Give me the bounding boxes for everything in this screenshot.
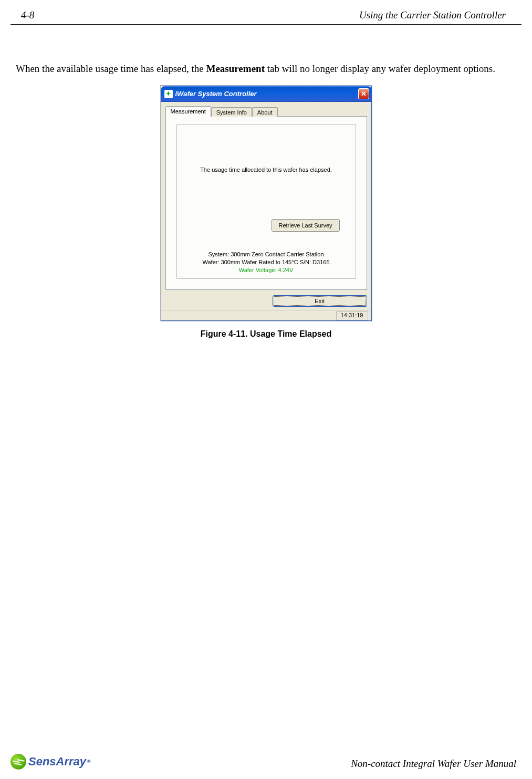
retrieve-last-survey-button[interactable]: Retrieve Last Survey xyxy=(272,219,340,232)
elapsed-message: The usage time allocated to this wafer h… xyxy=(177,167,356,173)
paragraph-prefix: When the available usage time has elapse… xyxy=(16,63,206,74)
app-window: ✦ iWafer System Controller ✕ Measurement… xyxy=(161,86,372,321)
status-time: 14:31:19 xyxy=(336,311,368,320)
tab-strip: Measurement System Info About xyxy=(161,102,371,117)
page-footer: SensArray ® Non-contact Integral Wafer U… xyxy=(11,754,516,770)
status-bar: 14:31:19 xyxy=(161,310,371,320)
system-line: System: 300mm Zero Contact Carrier Stati… xyxy=(177,251,356,258)
page-header: 4-8 Using the Carrier Station Controller xyxy=(11,0,521,25)
system-info-block: System: 300mm Zero Contact Carrier Stati… xyxy=(177,251,356,274)
tab-measurement[interactable]: Measurement xyxy=(165,106,211,117)
tab-about[interactable]: About xyxy=(252,107,278,117)
close-button[interactable]: ✕ xyxy=(358,88,369,99)
figure-caption: Figure 4-11. Usage Time Elapsed xyxy=(0,329,532,339)
tab-panel: The usage time allocated to this wafer h… xyxy=(165,117,367,290)
paragraph-suffix: tab will no longer display any wafer dep… xyxy=(265,63,495,74)
wafer-line: Wafer: 300mm Wafer Rated to 145°C S/N: D… xyxy=(177,258,356,266)
logo-tm: ® xyxy=(87,759,91,764)
bottom-bar: Exit xyxy=(161,293,371,310)
inner-frame: The usage time allocated to this wafer h… xyxy=(176,124,356,279)
window-title: iWafer System Controller xyxy=(175,90,257,98)
logo-icon xyxy=(11,754,26,770)
figure: ✦ iWafer System Controller ✕ Measurement… xyxy=(0,86,532,339)
page-number: 4-8 xyxy=(21,9,34,21)
app-icon: ✦ xyxy=(164,90,173,98)
logo-text: SensArray xyxy=(28,755,86,768)
tab-system-info[interactable]: System Info xyxy=(211,107,252,117)
manual-title: Non-contact Integral Wafer User Manual xyxy=(351,758,516,770)
voltage-line: Wafer Voltage: 4.24V xyxy=(177,266,356,274)
titlebar: ✦ iWafer System Controller ✕ xyxy=(161,86,371,102)
sensarray-logo: SensArray ® xyxy=(11,754,91,770)
section-title: Using the Carrier Station Controller xyxy=(359,9,506,21)
exit-button[interactable]: Exit xyxy=(273,295,367,307)
body-paragraph: When the available usage time has elapse… xyxy=(5,25,527,81)
paragraph-bold: Measurement xyxy=(206,63,265,74)
